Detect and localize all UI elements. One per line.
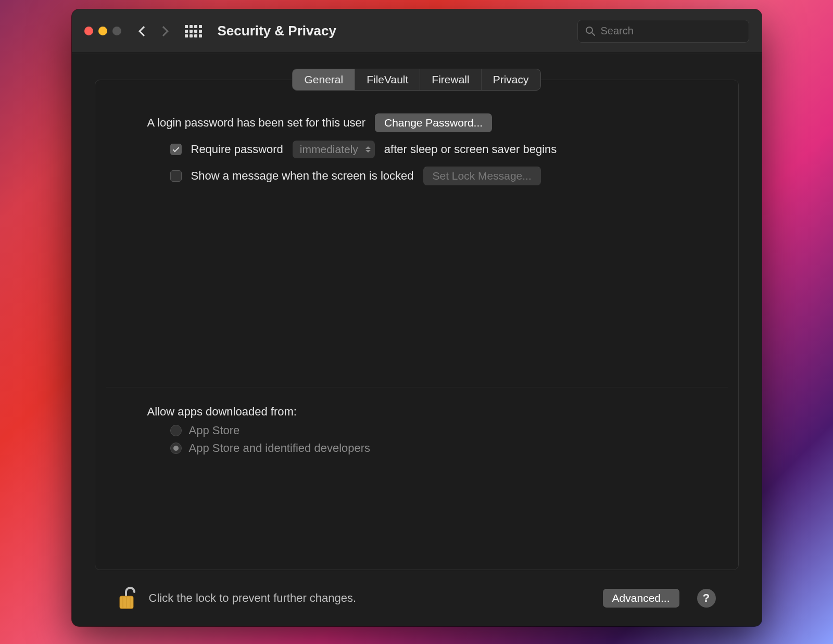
help-icon: ? <box>703 591 710 605</box>
require-password-checkbox[interactable] <box>170 144 182 155</box>
require-password-label-suffix: after sleep or screen saver begins <box>384 143 557 156</box>
lock-button[interactable] <box>118 586 138 611</box>
login-password-row: A login password has been set for this u… <box>147 113 697 132</box>
radio-icon <box>170 425 182 436</box>
window-title: Security & Privacy <box>218 23 336 39</box>
gatekeeper-section: Allow apps downloaded from: App Store Ap… <box>95 387 738 570</box>
tab-privacy[interactable]: Privacy <box>482 69 540 90</box>
content-panel: A login password has been set for this u… <box>95 80 739 570</box>
option-label: App Store and identified developers <box>189 441 371 455</box>
require-password-delay-select[interactable]: immediately <box>293 141 375 158</box>
search-field[interactable] <box>577 20 749 43</box>
search-input[interactable] <box>601 25 741 37</box>
set-lock-message-button[interactable]: Set Lock Message... <box>423 167 541 185</box>
gatekeeper-option-identified[interactable]: App Store and identified developers <box>170 441 686 455</box>
svg-point-0 <box>586 27 592 33</box>
toolbar: Security & Privacy <box>72 9 762 53</box>
search-icon <box>585 26 596 36</box>
window-controls <box>84 27 121 35</box>
close-window-button[interactable] <box>84 27 93 35</box>
help-button[interactable]: ? <box>697 589 716 608</box>
radio-icon <box>170 443 182 454</box>
fullscreen-window-button[interactable] <box>112 27 121 35</box>
show-lock-message-checkbox[interactable] <box>170 170 182 182</box>
tab-general[interactable]: General <box>293 69 355 90</box>
show-lock-message-label: Show a message when the screen is locked <box>191 169 414 183</box>
show-all-prefs-button[interactable] <box>185 25 202 37</box>
tab-filevault[interactable]: FileVault <box>355 69 420 90</box>
password-section: A login password has been set for this u… <box>95 113 738 194</box>
gatekeeper-heading: Allow apps downloaded from: <box>147 405 686 419</box>
require-password-label-prefix: Require password <box>191 143 283 156</box>
require-password-delay-value: immediately <box>300 143 358 155</box>
gatekeeper-option-appstore[interactable]: App Store <box>170 424 686 437</box>
tab-firewall[interactable]: Firewall <box>420 69 481 90</box>
forward-button[interactable] <box>158 26 169 36</box>
advanced-button[interactable]: Advanced... <box>603 589 679 608</box>
unlocked-lock-icon <box>118 586 138 611</box>
back-button[interactable] <box>138 26 149 36</box>
login-password-status: A login password has been set for this u… <box>147 116 365 130</box>
stepper-icon <box>365 146 371 153</box>
check-icon <box>172 145 179 152</box>
lock-hint-text: Click the lock to prevent further change… <box>149 591 357 605</box>
chevron-up-icon <box>365 146 371 149</box>
change-password-button[interactable]: Change Password... <box>375 113 492 132</box>
tab-bar: General FileVault Firewall Privacy <box>292 69 540 91</box>
preferences-window: Security & Privacy General FileVault Fir… <box>72 9 762 626</box>
svg-line-1 <box>592 33 595 35</box>
chevron-down-icon <box>365 150 371 153</box>
require-password-row: Require password immediately after sleep… <box>170 141 697 158</box>
footer: Click the lock to prevent further change… <box>95 570 739 626</box>
lock-message-row: Show a message when the screen is locked… <box>170 167 697 185</box>
option-label: App Store <box>189 424 240 437</box>
minimize-window-button[interactable] <box>98 27 107 35</box>
nav-arrows <box>140 28 167 35</box>
